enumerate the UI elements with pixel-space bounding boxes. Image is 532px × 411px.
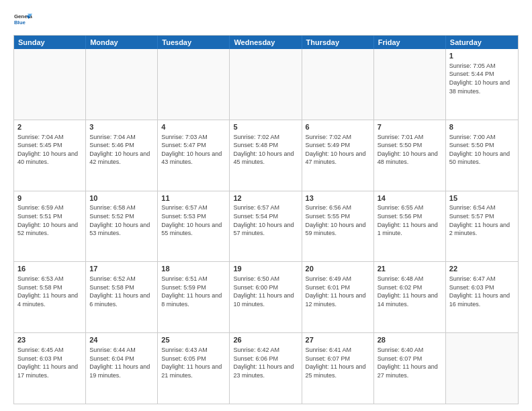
day-info: Sunrise: 6:49 AM Sunset: 6:01 PM Dayligh… xyxy=(306,275,370,308)
calendar-cell: 1Sunrise: 7:05 AM Sunset: 5:44 PM Daylig… xyxy=(446,49,518,120)
day-info: Sunrise: 6:53 AM Sunset: 5:58 PM Dayligh… xyxy=(17,275,82,308)
day-number: 26 xyxy=(233,335,298,345)
header-day-sunday: Sunday xyxy=(14,36,86,49)
day-number: 11 xyxy=(161,193,226,203)
header-day-friday: Friday xyxy=(374,36,446,49)
day-info: Sunrise: 6:42 AM Sunset: 6:06 PM Dayligh… xyxy=(233,346,298,379)
day-info: Sunrise: 6:56 AM Sunset: 5:55 PM Dayligh… xyxy=(306,203,370,237)
header-day-tuesday: Tuesday xyxy=(158,36,230,49)
day-number: 9 xyxy=(17,193,82,203)
calendar-cell: 3Sunrise: 7:04 AM Sunset: 5:46 PM Daylig… xyxy=(86,120,158,191)
day-info: Sunrise: 7:03 AM Sunset: 5:47 PM Dayligh… xyxy=(161,133,226,167)
day-info: Sunrise: 6:50 AM Sunset: 6:00 PM Dayligh… xyxy=(233,275,298,308)
calendar-body: 1Sunrise: 7:05 AM Sunset: 5:44 PM Daylig… xyxy=(14,49,518,404)
day-number: 7 xyxy=(378,122,442,132)
day-number: 13 xyxy=(306,193,370,203)
calendar-cell: 24Sunrise: 6:44 AM Sunset: 6:04 PM Dayli… xyxy=(86,333,158,404)
calendar-week-2: 2Sunrise: 7:04 AM Sunset: 5:45 PM Daylig… xyxy=(14,120,518,191)
calendar-cell xyxy=(14,49,86,120)
calendar-cell: 26Sunrise: 6:42 AM Sunset: 6:06 PM Dayli… xyxy=(230,333,302,404)
day-info: Sunrise: 7:01 AM Sunset: 5:50 PM Dayligh… xyxy=(378,133,442,167)
calendar-cell: 8Sunrise: 7:00 AM Sunset: 5:50 PM Daylig… xyxy=(446,120,518,191)
day-number: 22 xyxy=(449,264,515,274)
calendar-week-3: 9Sunrise: 6:59 AM Sunset: 5:51 PM Daylig… xyxy=(14,191,518,262)
calendar-header: SundayMondayTuesdayWednesdayThursdayFrid… xyxy=(14,36,518,49)
header-day-saturday: Saturday xyxy=(446,36,518,49)
svg-text:Blue: Blue xyxy=(14,19,26,26)
day-number: 6 xyxy=(306,122,370,132)
day-number: 25 xyxy=(161,335,226,345)
calendar-cell xyxy=(230,49,302,120)
calendar-week-5: 23Sunrise: 6:45 AM Sunset: 6:03 PM Dayli… xyxy=(14,332,518,404)
logo: General Blue xyxy=(13,11,35,30)
calendar: SundayMondayTuesdayWednesdayThursdayFrid… xyxy=(13,35,519,404)
calendar-cell: 23Sunrise: 6:45 AM Sunset: 6:03 PM Dayli… xyxy=(14,333,86,404)
calendar-cell xyxy=(374,49,446,120)
day-number: 27 xyxy=(306,335,370,345)
logo-icon: General Blue xyxy=(13,11,32,30)
day-info: Sunrise: 6:51 AM Sunset: 5:59 PM Dayligh… xyxy=(161,275,226,308)
calendar-cell: 20Sunrise: 6:49 AM Sunset: 6:01 PM Dayli… xyxy=(302,262,374,332)
calendar-cell: 19Sunrise: 6:50 AM Sunset: 6:00 PM Dayli… xyxy=(230,262,302,332)
day-info: Sunrise: 6:43 AM Sunset: 6:05 PM Dayligh… xyxy=(161,346,226,379)
day-number: 28 xyxy=(378,335,442,345)
day-info: Sunrise: 6:40 AM Sunset: 6:07 PM Dayligh… xyxy=(378,346,442,379)
calendar-cell: 13Sunrise: 6:56 AM Sunset: 5:55 PM Dayli… xyxy=(302,191,374,262)
calendar-cell: 17Sunrise: 6:52 AM Sunset: 5:58 PM Dayli… xyxy=(86,262,158,332)
day-info: Sunrise: 6:55 AM Sunset: 5:56 PM Dayligh… xyxy=(378,203,442,237)
day-number: 3 xyxy=(89,122,154,132)
day-number: 12 xyxy=(233,193,298,203)
day-number: 19 xyxy=(233,264,298,274)
calendar-cell: 28Sunrise: 6:40 AM Sunset: 6:07 PM Dayli… xyxy=(374,333,446,404)
header-day-thursday: Thursday xyxy=(302,36,374,49)
day-number: 24 xyxy=(89,335,154,345)
day-number: 2 xyxy=(17,122,82,132)
calendar-cell: 4Sunrise: 7:03 AM Sunset: 5:47 PM Daylig… xyxy=(158,120,230,191)
calendar-cell: 10Sunrise: 6:58 AM Sunset: 5:52 PM Dayli… xyxy=(86,191,158,262)
day-info: Sunrise: 7:00 AM Sunset: 5:50 PM Dayligh… xyxy=(449,133,515,167)
calendar-week-1: 1Sunrise: 7:05 AM Sunset: 5:44 PM Daylig… xyxy=(14,49,518,120)
calendar-cell: 12Sunrise: 6:57 AM Sunset: 5:54 PM Dayli… xyxy=(230,191,302,262)
calendar-cell: 21Sunrise: 6:48 AM Sunset: 6:02 PM Dayli… xyxy=(374,262,446,332)
day-info: Sunrise: 6:58 AM Sunset: 5:52 PM Dayligh… xyxy=(89,203,154,237)
calendar-week-4: 16Sunrise: 6:53 AM Sunset: 5:58 PM Dayli… xyxy=(14,261,518,332)
day-number: 20 xyxy=(306,264,370,274)
day-number: 15 xyxy=(449,193,515,203)
day-number: 4 xyxy=(161,122,226,132)
day-info: Sunrise: 6:57 AM Sunset: 5:53 PM Dayligh… xyxy=(161,203,226,237)
day-info: Sunrise: 6:47 AM Sunset: 6:03 PM Dayligh… xyxy=(449,275,515,308)
page-header: General Blue xyxy=(13,11,519,30)
day-number: 18 xyxy=(161,264,226,274)
calendar-cell: 15Sunrise: 6:54 AM Sunset: 5:57 PM Dayli… xyxy=(446,191,518,262)
day-number: 8 xyxy=(449,122,515,132)
day-number: 1 xyxy=(449,51,515,61)
day-info: Sunrise: 6:45 AM Sunset: 6:03 PM Dayligh… xyxy=(17,346,82,379)
day-info: Sunrise: 6:48 AM Sunset: 6:02 PM Dayligh… xyxy=(378,275,442,308)
day-number: 10 xyxy=(89,193,154,203)
calendar-cell xyxy=(446,333,518,404)
day-info: Sunrise: 7:05 AM Sunset: 5:44 PM Dayligh… xyxy=(449,62,515,95)
day-info: Sunrise: 6:57 AM Sunset: 5:54 PM Dayligh… xyxy=(233,203,298,237)
day-info: Sunrise: 6:41 AM Sunset: 6:07 PM Dayligh… xyxy=(306,346,370,379)
calendar-cell: 5Sunrise: 7:02 AM Sunset: 5:48 PM Daylig… xyxy=(230,120,302,191)
day-info: Sunrise: 6:44 AM Sunset: 6:04 PM Dayligh… xyxy=(89,346,154,379)
day-info: Sunrise: 6:52 AM Sunset: 5:58 PM Dayligh… xyxy=(89,275,154,308)
header-day-monday: Monday xyxy=(86,36,158,49)
day-info: Sunrise: 6:54 AM Sunset: 5:57 PM Dayligh… xyxy=(449,203,515,237)
calendar-cell: 2Sunrise: 7:04 AM Sunset: 5:45 PM Daylig… xyxy=(14,120,86,191)
calendar-cell: 22Sunrise: 6:47 AM Sunset: 6:03 PM Dayli… xyxy=(446,262,518,332)
calendar-cell: 25Sunrise: 6:43 AM Sunset: 6:05 PM Dayli… xyxy=(158,333,230,404)
calendar-cell: 7Sunrise: 7:01 AM Sunset: 5:50 PM Daylig… xyxy=(374,120,446,191)
day-info: Sunrise: 7:02 AM Sunset: 5:49 PM Dayligh… xyxy=(306,133,370,167)
calendar-cell: 14Sunrise: 6:55 AM Sunset: 5:56 PM Dayli… xyxy=(374,191,446,262)
header-day-wednesday: Wednesday xyxy=(230,36,302,49)
calendar-cell xyxy=(158,49,230,120)
day-info: Sunrise: 7:04 AM Sunset: 5:45 PM Dayligh… xyxy=(17,133,82,167)
day-number: 5 xyxy=(233,122,298,132)
calendar-cell: 18Sunrise: 6:51 AM Sunset: 5:59 PM Dayli… xyxy=(158,262,230,332)
calendar-cell: 9Sunrise: 6:59 AM Sunset: 5:51 PM Daylig… xyxy=(14,191,86,262)
calendar-cell xyxy=(302,49,374,120)
day-number: 21 xyxy=(378,264,442,274)
calendar-cell: 6Sunrise: 7:02 AM Sunset: 5:49 PM Daylig… xyxy=(302,120,374,191)
calendar-cell: 11Sunrise: 6:57 AM Sunset: 5:53 PM Dayli… xyxy=(158,191,230,262)
